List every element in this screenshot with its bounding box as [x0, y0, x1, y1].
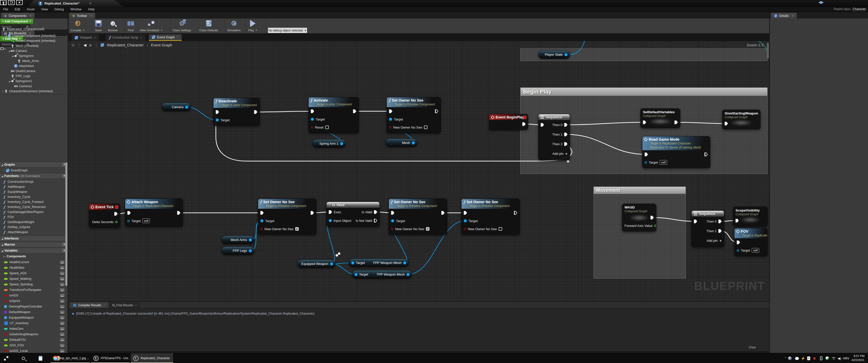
variable-row-speed_walking[interactable]: Speed_Walking — [0, 276, 68, 282]
data-pin[interactable] — [216, 119, 219, 122]
bp-node-wasd[interactable]: WASDCollapsed GraphForward Axis Value — [622, 204, 656, 231]
pill-springarm1pill[interactable]: Spring Arm 1 — [312, 139, 346, 148]
exec-pin[interactable] — [564, 123, 567, 127]
details-tab[interactable]: i Details✕ — [771, 13, 797, 19]
wifi-icon[interactable] — [831, 356, 836, 361]
clear-button[interactable]: Clear — [749, 345, 756, 349]
variable-visibility-toggle[interactable] — [60, 294, 65, 297]
add-pin-button[interactable]: Add pin+ — [552, 152, 567, 156]
variable-visibility-toggle[interactable] — [60, 283, 65, 286]
component-row-mesh-arms[interactable]: Mesh_Arms — [0, 59, 68, 64]
variable-visibility-toggle[interactable] — [60, 260, 65, 264]
pin-checkbox[interactable] — [424, 126, 428, 129]
exec-pin[interactable] — [643, 121, 646, 124]
variable-row-healthmax[interactable]: HealthMax — [0, 265, 68, 270]
restore-button[interactable]: ❐ — [8, 0, 14, 5]
graph-scrollbar[interactable] — [767, 43, 769, 59]
variable-visibility-toggle[interactable] — [60, 343, 65, 347]
variables-header[interactable]: ◢Variables+ — [0, 248, 68, 253]
variable-visibility-toggle[interactable] — [60, 327, 65, 330]
bp-node-rgm[interactable]: Read Game ModeTarget is Replicated Chara… — [642, 136, 710, 168]
exec-pin[interactable] — [177, 211, 180, 215]
exec-pin[interactable] — [329, 210, 332, 214]
function-item-candamageotherplayers[interactable]: ƒCanDamageOtherPlayers — [0, 209, 68, 214]
data-pin[interactable] — [329, 219, 332, 222]
breadcrumb-current[interactable]: Event Graph — [151, 43, 172, 47]
taskbar-app-fpsgametps[interactable]: UFPSGameTPS - Unr... — [91, 353, 130, 363]
functions-header[interactable]: ◢Functions(28 Overridable)+ — [0, 173, 68, 179]
menu-item-window[interactable]: Window — [70, 7, 82, 11]
variable-row-defaultweapon[interactable]: DefaultWeapon — [0, 309, 68, 315]
exec-pin[interactable] — [311, 109, 314, 113]
variable-visibility-toggle[interactable] — [60, 266, 65, 269]
find-button[interactable]: Find — [126, 19, 135, 32]
pill-output-pin[interactable] — [412, 141, 415, 144]
toolbar-tab[interactable]: ⚒ Toolbar✕ — [69, 13, 95, 19]
variable-visibility-toggle[interactable] — [60, 305, 65, 308]
variable-row-transformforrespawn[interactable]: TransformForRespawn — [0, 287, 68, 293]
exec-pin[interactable] — [737, 240, 740, 244]
variable-visibility-toggle[interactable] — [60, 288, 65, 292]
my-blueprint-scrollbar[interactable] — [65, 162, 67, 286]
pill-output-pin[interactable] — [249, 238, 252, 241]
defender-icon[interactable] — [825, 356, 829, 361]
exec-pin[interactable] — [718, 220, 722, 223]
interfaces-header[interactable]: ◢Interfaces — [0, 236, 68, 241]
data-pin[interactable] — [645, 161, 647, 164]
exec-pin[interactable] — [391, 211, 394, 215]
data-pin[interactable] — [311, 118, 314, 121]
usb-icon[interactable] — [819, 356, 823, 361]
volume-icon[interactable]: ◀) — [837, 356, 841, 361]
tray-expand-icon[interactable]: ⌃ — [783, 356, 787, 361]
exec-pin[interactable] — [514, 211, 517, 215]
pill-mesharms[interactable]: Mesh Arms — [221, 236, 254, 244]
exec-pin[interactable] — [725, 122, 728, 126]
exec-pin[interactable] — [254, 110, 257, 114]
exec-pin[interactable] — [736, 219, 739, 223]
bp-node-attach[interactable]: Attach WeaponTarget is Replicated Charac… — [125, 199, 183, 227]
pill-output-pin[interactable] — [564, 53, 567, 56]
tab-find-results[interactable]: Find Results✕ — [109, 302, 140, 308]
taskbar-app-replicated-character[interactable]: UReplicated_Character — [131, 353, 173, 363]
data-pin[interactable] — [654, 225, 656, 227]
add-pin-button[interactable]: Add pin+ — [707, 238, 722, 243]
exec-pin[interactable] — [114, 212, 118, 216]
variable-visibility-toggle[interactable] — [60, 338, 65, 341]
exec-pin[interactable] — [645, 153, 648, 156]
function-item-equipweapon[interactable]: ƒEquipWeapon — [0, 189, 68, 194]
component-row-attachitem[interactable]: AttachItem — [0, 64, 68, 69]
pill-equipped[interactable]: Equipped Weapon — [297, 260, 336, 268]
menu-item-edit[interactable]: Edit — [14, 7, 20, 11]
red-launcher-icon[interactable]: ✖ — [812, 356, 816, 361]
pill-tppmesh[interactable]: TargetTPP Weapon Mesh — [352, 270, 412, 278]
data-pin[interactable] — [464, 228, 466, 230]
component-row-charactermovement-inherited-[interactable]: ◇CharacterMovement (Inherited) — [0, 89, 68, 94]
notepad-icon[interactable] — [37, 355, 43, 361]
epic-icon[interactable]: E — [806, 356, 811, 361]
tab-viewport[interactable]: Viewport✕ — [72, 34, 99, 41]
data-pin[interactable] — [311, 126, 313, 129]
browse-button[interactable]: Browse — [108, 19, 118, 32]
hide-unrelated-button[interactable]: Hide Unrelated▼ — [140, 19, 163, 32]
pill-output-pin[interactable] — [185, 106, 188, 109]
bp-node-sons3[interactable]: ƒSet Owner No SeeTarget is Primitive Com… — [389, 199, 447, 235]
graphs-header[interactable]: ◢Graphs+ — [0, 162, 68, 167]
menu-item-view[interactable]: View — [41, 7, 48, 11]
tab-event-graph[interactable]: Event Graph✕ — [149, 34, 182, 41]
component-row-camera[interactable]: ◢Camera — [0, 48, 68, 54]
variable-visibility-toggle[interactable] — [60, 321, 65, 325]
function-item-inventory_cycle[interactable]: ƒInventory_Cycle — [0, 194, 68, 199]
variable-visibility-toggle[interactable] — [60, 316, 65, 319]
function-item-inventory_cycle_forward[interactable]: ƒInventory_Cycle_Forward — [0, 199, 68, 204]
exec-pin[interactable] — [564, 142, 567, 146]
bp-node-sons1[interactable]: ƒSet Owner No SeeTarget is Primitive Com… — [386, 97, 441, 133]
component-row-springarm1[interactable]: ◢SpringArm1 — [0, 79, 68, 84]
exec-pin[interactable] — [694, 220, 697, 223]
steam-icon[interactable] — [788, 356, 792, 361]
simulation-button[interactable]: ⚙Simulation — [227, 19, 241, 32]
exec-pin[interactable] — [374, 210, 377, 214]
function-item-addweapon[interactable]: ƒAddWeapon — [0, 184, 68, 189]
data-pin[interactable] — [389, 118, 392, 121]
component-row-camera1[interactable]: Camera1 — [0, 84, 68, 89]
variable-row-owningplayercontroller[interactable]: OwningPlayerController — [0, 304, 68, 309]
